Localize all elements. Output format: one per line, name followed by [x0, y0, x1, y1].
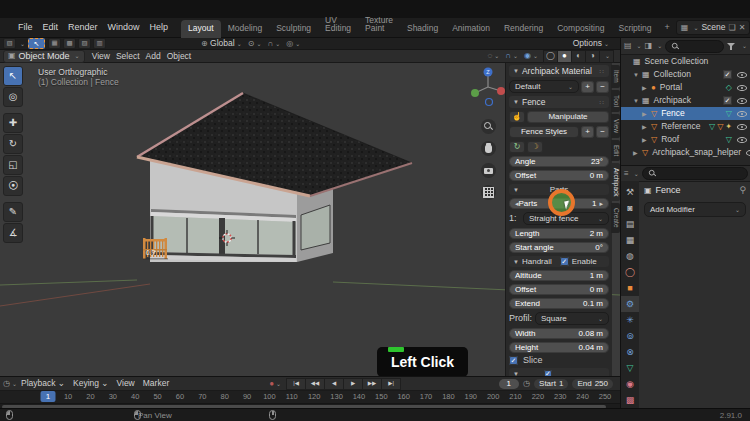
timeline-menu-keying[interactable]: Keying ⌄	[69, 379, 112, 388]
camera-view-button[interactable]	[481, 163, 496, 178]
tab-shading[interactable]: Shading	[400, 20, 445, 38]
timeline-menu-playback[interactable]: Playback ⌄	[17, 379, 69, 388]
expand-right-icon[interactable]: ▶	[642, 111, 649, 117]
material-preset-dropdown[interactable]: Default⌄	[509, 80, 579, 93]
tab-uv-editing[interactable]: UV Editing	[318, 12, 358, 38]
visibility-eye-icon[interactable]	[746, 148, 750, 157]
shading-dropdown-icon[interactable]: ⌄	[599, 50, 614, 63]
select-subtract-icon[interactable]: ▨	[78, 38, 91, 49]
field-slice-checkbox[interactable]: ✓	[509, 356, 518, 365]
visibility-eye-icon[interactable]	[737, 83, 747, 92]
visibility-eye-icon[interactable]	[737, 135, 747, 144]
collection-checkbox[interactable]: ✓	[723, 70, 732, 79]
properties-tab-physics[interactable]: ⊚	[621, 328, 639, 344]
properties-tab-output[interactable]: ▤	[621, 216, 639, 232]
frame-end-field[interactable]: End250	[572, 379, 613, 389]
sidebar-tab-create[interactable]: Create	[611, 203, 620, 233]
tool-select-box-button[interactable]: ↖	[3, 66, 23, 86]
properties-editor-icon[interactable]: ≡	[624, 170, 629, 178]
sidebar-tab-view[interactable]: View	[611, 114, 620, 138]
menu-render[interactable]: Render	[63, 23, 103, 32]
style-add-button[interactable]: +	[581, 126, 594, 138]
snap-dropdown[interactable]: ∩⌄	[264, 40, 283, 48]
visibility-eye-icon[interactable]	[737, 122, 747, 131]
frame-start-field[interactable]: Start1	[534, 379, 568, 389]
ortho-toggle-button[interactable]	[481, 185, 496, 200]
handrail-enable-checkbox[interactable]: ✓	[560, 257, 569, 266]
increment-arrow-icon[interactable]: ▸	[599, 200, 603, 207]
outliner-row-archipack[interactable]: ▼▦Archipack✓	[621, 94, 750, 107]
archipack-material-panel-header[interactable]: ▼ Archipack Material ∷	[509, 65, 609, 77]
active-tool-select-box-icon[interactable]: ↖	[28, 38, 45, 49]
shading-material-icon[interactable]: ◐	[571, 50, 586, 63]
shading-wireframe-icon[interactable]: ◯	[543, 50, 558, 63]
field-altitude[interactable]: Altitude1 m	[509, 270, 609, 281]
manipulate-button[interactable]: Manipulate	[527, 111, 609, 123]
field-offset[interactable]: Offset0 m	[509, 170, 609, 181]
timeline-menu-view[interactable]: View	[112, 379, 138, 388]
expand-down-icon[interactable]: ▼	[633, 72, 640, 78]
properties-tab-object[interactable]: ■	[621, 280, 639, 296]
menu-help[interactable]: Help	[145, 23, 174, 32]
outliner-filter-mode-icon[interactable]: ◨	[645, 42, 653, 50]
record-button[interactable]: ●	[269, 380, 274, 388]
menu-edit[interactable]: Edit	[38, 23, 64, 32]
sidebar-tab-item[interactable]: Item	[611, 65, 620, 88]
manipulate-hand-icon[interactable]: ☝	[509, 111, 525, 123]
select-extend-icon[interactable]: ▩	[63, 38, 76, 49]
outliner-search-input[interactable]	[665, 40, 724, 53]
properties-tab-view-layer[interactable]: ▦	[621, 232, 639, 248]
tool-scale-button[interactable]: ◱	[3, 155, 23, 175]
outliner-row-roof[interactable]: ▶▽Roof▽	[621, 133, 750, 146]
outliner-row-scene-collection[interactable]: ▦Scene Collection	[621, 55, 750, 68]
shading-rendered-icon[interactable]: ◑	[585, 50, 600, 63]
playhead[interactable]: 1	[41, 391, 56, 402]
tab-modeling[interactable]: Modeling	[221, 20, 270, 38]
tool-cursor-button[interactable]: ◎	[3, 87, 23, 107]
next-panel-header-partial[interactable]: ▼ ✓	[509, 368, 609, 376]
tool-transform-button[interactable]: ⦿	[3, 176, 23, 196]
tool-measure-button[interactable]: ∡	[3, 223, 23, 243]
field-extend[interactable]: Extend0.1 m	[509, 298, 609, 309]
viewport-menu-object[interactable]: Object	[164, 52, 195, 61]
visibility-eye-icon[interactable]	[737, 70, 747, 79]
menu-file[interactable]: File	[13, 23, 38, 32]
tool-rotate-button[interactable]: ↻	[3, 134, 23, 154]
refresh-icon[interactable]: ↻	[509, 141, 525, 153]
visibility-eye-icon[interactable]	[737, 96, 747, 105]
properties-tab-render[interactable]: ◙	[621, 200, 639, 216]
properties-tab-modifiers[interactable]: ⚙	[621, 296, 639, 312]
options-dropdown[interactable]: Options⌄	[570, 39, 612, 48]
material-add-button[interactable]: +	[581, 81, 594, 93]
curve-icon[interactable]: ☽	[527, 141, 543, 153]
properties-tab-constraints[interactable]: ⊗	[621, 344, 639, 360]
properties-tab-object-data[interactable]: ▽	[621, 360, 639, 376]
zoom-button[interactable]	[481, 119, 496, 134]
outliner-row-reference[interactable]: ▶▽Reference▽▽✦	[621, 120, 750, 133]
outliner-display-mode-icon[interactable]: ▤	[624, 42, 632, 50]
pivot-point-dropdown[interactable]: ⊙⌄	[245, 40, 265, 48]
sidebar-tab-tool[interactable]: Tool	[611, 90, 620, 112]
expand-right-icon[interactable]: ▶	[642, 124, 649, 130]
style-remove-button[interactable]: −	[596, 126, 609, 138]
select-intersect-icon[interactable]: ▥	[93, 38, 106, 49]
snap-toggle[interactable]: ∩⌄	[502, 52, 521, 60]
expand-right-icon[interactable]: ▶	[633, 150, 640, 156]
menu-window[interactable]: Window	[103, 23, 145, 32]
properties-tab-scene[interactable]: ◍	[621, 248, 639, 264]
scene-selector[interactable]: ▦⌄ Scene ❏ ✕	[676, 20, 750, 35]
tab-texture-paint[interactable]: Texture Paint	[358, 12, 400, 38]
viewport-menu-add[interactable]: Add	[143, 52, 164, 61]
field-angle[interactable]: Angle23°	[509, 156, 609, 167]
transform-orientation-dropdown[interactable]: ⊕ Global⌄	[198, 39, 245, 48]
timeline-editor-icon[interactable]: ◷	[3, 380, 10, 388]
expand-down-icon[interactable]: ▼	[633, 98, 640, 104]
tab-animation[interactable]: Animation	[445, 20, 497, 38]
field-height[interactable]: Height0.04 m	[509, 342, 609, 353]
overlays-dropdown[interactable]: ◉⌄	[521, 52, 541, 60]
outliner-row-fence[interactable]: ▶▽Fence▽	[621, 107, 750, 120]
properties-tab-world[interactable]: ◯	[621, 264, 639, 280]
field-width[interactable]: Width0.08 m	[509, 328, 609, 339]
tool-move-button[interactable]: ✚	[3, 113, 23, 133]
add-modifier-dropdown[interactable]: Add Modifier⌄	[644, 202, 746, 217]
